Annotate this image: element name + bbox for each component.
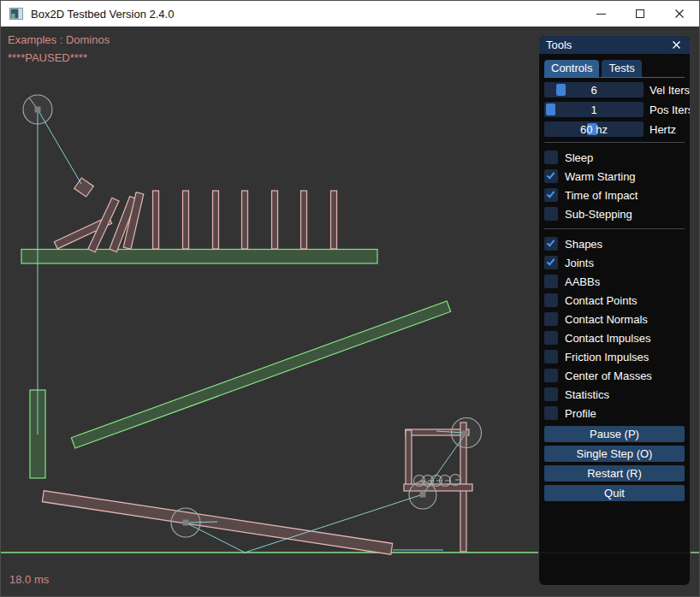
checkbox-box[interactable]	[544, 387, 558, 401]
anchor-square-pendulum	[35, 107, 41, 113]
check-icon	[547, 189, 555, 198]
restart-button[interactable]: Restart (R)	[544, 465, 685, 482]
check-icon	[547, 257, 555, 265]
checkbox-joints[interactable]: Joints	[544, 253, 685, 272]
checkbox-time-of-impact[interactable]: Time of Impact	[544, 186, 685, 204]
checkbox-label: Friction Impulses	[565, 351, 649, 364]
checkbox-group-0: SleepWarm StartingTime of ImpactSub-Step…	[544, 148, 685, 223]
slider-group: 6Vel Iters1Pos Iters60 hzHertz	[544, 82, 685, 137]
domino-upright-2[interactable]	[183, 191, 189, 249]
checkbox-box[interactable]	[544, 406, 558, 420]
checkbox-box[interactable]	[544, 369, 558, 382]
checkbox-box[interactable]	[544, 188, 558, 202]
checkbox-box[interactable]	[544, 256, 558, 269]
separator	[544, 142, 685, 143]
checkbox-box[interactable]	[544, 312, 558, 326]
checkbox-contact-impulses[interactable]: Contact Impulses	[544, 328, 685, 347]
checkbox-box[interactable]	[544, 275, 558, 288]
checkbox-label: Contact Impulses	[565, 332, 650, 345]
quit-button[interactable]: Quit	[544, 485, 685, 501]
checkbox-aabbs[interactable]: AABBs	[544, 272, 685, 291]
single-step-button[interactable]: Single Step (O)	[544, 446, 685, 462]
checkbox-label: Joints	[565, 257, 594, 269]
checkbox-label: Shapes	[565, 238, 602, 251]
checkbox-contact-normals[interactable]: Contact Normals	[544, 310, 685, 328]
domino-upright-7[interactable]	[331, 191, 337, 249]
checkbox-label: Warm Starting	[565, 170, 636, 183]
checkbox-sleep[interactable]: Sleep	[544, 148, 685, 167]
domino-upright-5[interactable]	[272, 191, 278, 249]
pendulum-bob[interactable]	[74, 178, 94, 197]
pause-button[interactable]: Pause (P)	[544, 426, 685, 442]
checkbox-label: Contact Points	[565, 294, 638, 307]
tools-panel-titlebar[interactable]: Tools	[539, 36, 690, 54]
joint-anchors	[35, 107, 468, 526]
checkbox-label: Time of Impact	[565, 189, 638, 202]
minimize-button[interactable]	[581, 1, 620, 27]
check-icon	[547, 238, 555, 246]
domino-upright-4[interactable]	[242, 191, 248, 249]
checkbox-box[interactable]	[544, 207, 558, 221]
checkbox-statistics[interactable]: Statistics	[544, 385, 685, 404]
window-title: Box2D Testbed Version 2.4.0	[31, 8, 174, 21]
slider-label: Vel Iters	[650, 84, 690, 97]
slider-value: 60 hz	[544, 121, 644, 137]
close-icon	[674, 9, 685, 19]
slider-row-pos-iters: 1Pos Iters	[544, 102, 685, 117]
checkbox-box[interactable]	[544, 331, 558, 345]
check-icon	[547, 170, 555, 179]
tools-panel-close-button[interactable]	[669, 38, 683, 52]
checkbox-group-1: ShapesJointsAABBsContact PointsContact N…	[544, 234, 685, 423]
checkbox-box[interactable]	[544, 350, 558, 364]
checkbox-box[interactable]	[544, 237, 558, 251]
checkbox-label: Profile	[565, 407, 596, 420]
seesaw-plank[interactable]	[42, 491, 392, 554]
slider-label: Pos Iters	[650, 103, 691, 116]
checkbox-profile[interactable]: Profile	[544, 404, 685, 423]
domino-platform	[21, 250, 377, 264]
tab-controls[interactable]: Controls	[544, 60, 599, 77]
checkbox-box[interactable]	[544, 169, 558, 183]
ramp-plank	[71, 301, 450, 448]
joint-lines	[38, 109, 466, 553]
app-window: Box2D Testbed Version 2.4.0	[0, 0, 700, 597]
checkbox-warm-starting[interactable]: Warm Starting	[544, 167, 685, 186]
tools-panel-title: Tools	[546, 38, 669, 51]
tab-tests[interactable]: Tests	[602, 60, 641, 77]
anchor-square-mid	[420, 492, 426, 498]
panel-tabbar: ControlsTests	[544, 60, 685, 78]
checkbox-label: AABBs	[565, 275, 600, 288]
domino-upright-3[interactable]	[213, 191, 219, 249]
checkbox-label: Sleep	[565, 151, 593, 164]
slider-row-vel-iters: 6Vel Iters	[544, 82, 685, 98]
checkbox-center-of-masses[interactable]: Center of Masses	[544, 366, 685, 385]
domino-upright-6[interactable]	[301, 191, 307, 249]
checkbox-shapes[interactable]: Shapes	[544, 234, 685, 253]
domino-upright-1[interactable]	[153, 191, 159, 249]
slider-row-hertz: 60 hzHertz	[544, 121, 685, 137]
anchor-square-top	[462, 431, 468, 437]
checkbox-sub-stepping[interactable]: Sub-Stepping	[544, 204, 685, 223]
slider-label: Hertz	[650, 123, 676, 136]
slider-vel-iters[interactable]: 6	[544, 82, 644, 98]
checkbox-friction-impulses[interactable]: Friction Impulses	[544, 347, 685, 366]
frame-left-post[interactable]	[406, 430, 412, 488]
checkbox-label: Contact Normals	[565, 313, 648, 326]
checkbox-contact-points[interactable]: Contact Points	[544, 291, 685, 310]
checkbox-box[interactable]	[544, 151, 558, 164]
shelf-balls[interactable]	[414, 475, 461, 487]
slider-value: 6	[544, 82, 644, 98]
checkbox-label: Sub-Stepping	[565, 208, 632, 221]
slider-hertz[interactable]: 60 hz	[544, 121, 644, 137]
window-controls	[581, 1, 699, 27]
close-button[interactable]	[660, 1, 699, 27]
minimize-icon	[596, 14, 606, 15]
separator	[544, 228, 685, 229]
slider-pos-iters[interactable]: 1	[544, 102, 644, 117]
maximize-button[interactable]	[620, 1, 660, 27]
checkbox-label: Statistics	[565, 388, 609, 401]
client-area: Examples : Dominos ****PAUSED**** 18.0 m…	[1, 27, 700, 597]
example-label: Examples : Dominos	[8, 33, 110, 46]
checkbox-box[interactable]	[544, 293, 558, 307]
anchor-square-wheel	[183, 520, 189, 526]
